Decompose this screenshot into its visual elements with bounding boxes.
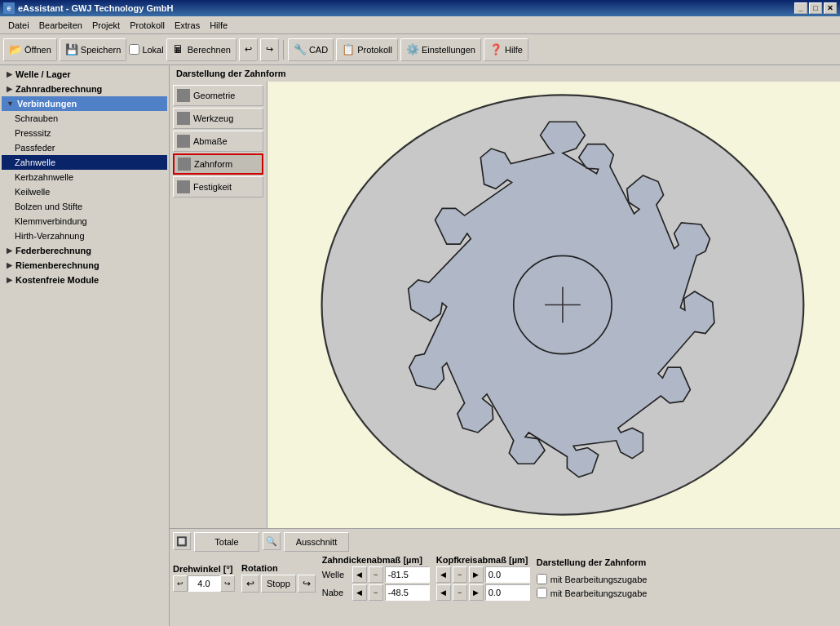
zahndicke-group: Zahndickenabmaß [µm] Welle ◀ − Nabe ◀ [322,555,430,601]
tab-abmasse[interactable]: Abmaße [173,131,263,152]
kopfkreis-welle-dec[interactable]: ◀ [436,566,451,583]
kopfkreis-nabe-input[interactable] [485,584,530,601]
kopfkreis-welle-row: ◀ − ▶ [436,566,530,583]
toolbar-separator-1 [283,40,284,60]
checkbox-welle-bearbeitung[interactable] [537,574,547,584]
menu-projekt[interactable]: Projekt [87,19,125,32]
sidebar-item-passfeder[interactable]: Passfeder [2,140,167,155]
save-icon: 💾 [65,43,78,56]
title-bar: e eAssistant - GWJ Technology GmbH _ □ ✕ [0,0,840,16]
menu-protokoll[interactable]: Protokoll [125,19,170,32]
checkbox-nabe-bearbeitung[interactable] [537,588,547,598]
kopfkreis-nabe-row: ◀ − ▶ [436,584,530,601]
zahndicke-nabe-dec[interactable]: ◀ [352,584,367,601]
tab-festigkeit[interactable]: Festigkeit [173,176,263,198]
help-icon: ❓ [489,43,502,56]
arrow-icon: ▶ [7,70,12,78]
ausschnitt-button[interactable]: Ausschnitt [284,532,349,552]
sidebar-item-welle-lager[interactable]: ▶ Welle / Lager [2,67,167,82]
close-button[interactable]: ✕ [824,2,837,14]
kopfkreis-welle-minus[interactable]: − [453,566,467,583]
redo-button[interactable]: ↪ [260,38,279,61]
rotation-back-button[interactable]: ↩ [241,575,259,593]
content-header: Darstellung der Zahnform [170,65,840,82]
kopfkreis-nabe-minus[interactable]: − [453,584,467,601]
kopfkreis-nabe-dec[interactable]: ◀ [436,584,451,601]
window-controls: _ □ ✕ [794,2,837,14]
drehwinkel-spinner: ↩ ↪ [173,575,235,592]
calculate-button[interactable]: 🖩 Berechnen [166,38,237,61]
kopfkreis-welle-input[interactable] [485,566,530,583]
sidebar-item-schrauben[interactable]: Schrauben [2,111,167,126]
zahndicke-welle-dec[interactable]: ◀ [352,566,367,583]
rotation-controls: ↩ Stopp ↪ [241,575,316,593]
drehwinkel-group: Drehwinkel [°] ↩ ↪ [173,564,235,592]
zahndicke-welle-input[interactable] [385,566,430,583]
cad-button[interactable]: 🔧 CAD [288,38,334,61]
sidebar-item-riemenberechnung[interactable]: ▶ Riemenberechnung [2,258,167,273]
settings-icon: ⚙️ [406,43,419,56]
sidebar-item-zahnradberechnung[interactable]: ▶ Zahnradberechnung [2,82,167,96]
arrow-icon: ▼ [7,100,14,108]
open-icon: 📂 [9,43,22,56]
checkbox2-row: mit Bearbeitungszugabe [537,588,648,598]
totale-button[interactable]: Totale [194,532,259,552]
bottom-controls: 🔲 Totale 🔍 Ausschnitt Drehwinkel [°] ↩ ↪ [170,528,840,626]
protocol-button[interactable]: 📋 Protokoll [336,38,398,61]
tab-werkzeug[interactable]: Werkzeug [173,108,263,129]
menu-datei[interactable]: Datei [3,19,34,32]
main-container: 📂 Öffnen 💾 Speichern Lokal 🖩 Berechnen ↩… [0,34,840,626]
sidebar-item-kostenfreie-module[interactable]: ▶ Kostenfreie Module [2,273,167,287]
help-button[interactable]: ❓ Hilfe [484,38,528,61]
arrow-icon: ▶ [7,261,12,269]
arrow-icon: ▶ [7,246,12,255]
drehwinkel-input[interactable] [188,575,220,592]
zahndicke-nabe-minus[interactable]: − [369,584,383,601]
stop-button[interactable]: Stopp [261,575,296,593]
sidebar-item-klemmverbindung[interactable]: Klemmverbindung [2,214,167,229]
sidebar-item-kerbzahnwelle[interactable]: Kerbzahnwelle [2,170,167,184]
drehwinkel-increase[interactable]: ↪ [220,575,235,592]
zahndicke-fields: Welle ◀ − Nabe ◀ − [322,566,430,601]
sidebar-item-federberechnung[interactable]: ▶ Federberechnung [2,243,167,258]
sidebar: ▶ Welle / Lager ▶ Zahnradberechnung ▼ Ve… [0,65,170,626]
sidebar-item-bolzen-stifte[interactable]: Bolzen und Stifte [2,199,167,214]
drehwinkel-decrease[interactable]: ↩ [173,575,188,592]
abmasse-icon [177,135,190,148]
kopfkreis-welle-plus[interactable]: ▶ [469,566,484,583]
tab-geometrie[interactable]: Geometrie [173,85,263,106]
save-button[interactable]: 💾 Speichern [60,38,127,61]
sidebar-item-zahnwelle[interactable]: Zahnwelle [2,155,167,170]
kopfkreis-nabe-plus[interactable]: ▶ [469,584,484,601]
sidebar-item-verbindungen[interactable]: ▼ Verbindungen [2,96,167,111]
gear-canvas-area [267,82,840,528]
maximize-button[interactable]: □ [809,2,822,14]
menu-hilfe[interactable]: Hilfe [205,19,232,32]
kopfkreis-group: Kopfkreisabmaß [µm] ◀ − ▶ ◀ − [436,555,530,601]
local-checkbox[interactable] [129,44,139,55]
rotation-forward-button[interactable]: ↪ [298,575,316,593]
minimize-button[interactable]: _ [794,2,807,14]
ausschnitt-icon: 🔍 [263,532,281,550]
totale-icon: 🔲 [173,532,191,550]
undo-button[interactable]: ↩ [239,38,258,61]
sidebar-item-presssitz[interactable]: Presssitz [2,126,167,140]
menu-extras[interactable]: Extras [170,19,205,32]
zahnform-icon [178,158,191,171]
window-title: eAssistant - GWJ Technology GmbH [18,3,174,13]
menu-bearbeiten[interactable]: Bearbeiten [34,19,87,32]
cad-icon: 🔧 [294,43,307,56]
open-button[interactable]: 📂 Öffnen [3,38,57,61]
sidebar-item-hirth-verzahnung[interactable]: Hirth-Verzahnung [2,229,167,243]
kopfkreis-fields: ◀ − ▶ ◀ − ▶ [436,566,530,601]
geometrie-icon [177,89,190,102]
checkbox1-row: mit Bearbeitungszugabe [537,574,648,584]
tab-zahnform[interactable]: Zahnform [173,153,263,175]
settings-button[interactable]: ⚙️ Einstellungen [400,38,481,61]
vertical-tabs: Geometrie Werkzeug Abmaße Zahnform [170,82,267,528]
app-icon: e [3,2,15,14]
zahndicke-nabe-input[interactable] [385,584,430,601]
zahndicke-welle-minus[interactable]: − [369,566,383,583]
sidebar-item-keilwelle[interactable]: Keilwelle [2,184,167,199]
werkzeug-icon [177,112,190,125]
